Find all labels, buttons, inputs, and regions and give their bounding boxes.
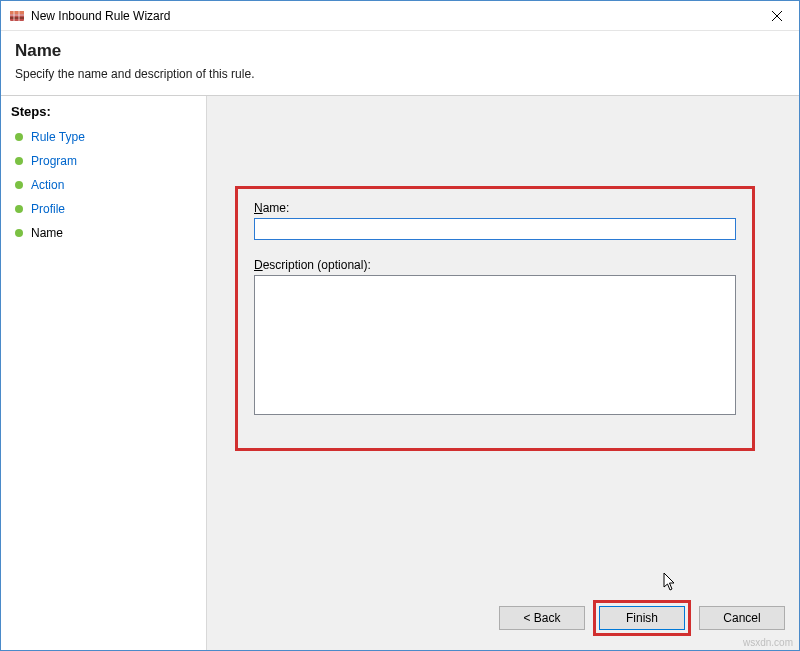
- step-label: Rule Type: [31, 130, 85, 144]
- body: Steps: Rule Type Program Action Profile …: [1, 96, 799, 650]
- step-name[interactable]: Name: [11, 221, 196, 245]
- window-title: New Inbound Rule Wizard: [31, 9, 754, 23]
- main-panel: Name: Description (optional): < Back Fin…: [206, 96, 799, 650]
- finish-highlight: Finish: [593, 600, 691, 636]
- step-label: Program: [31, 154, 77, 168]
- bullet-icon: [15, 181, 23, 189]
- step-label: Profile: [31, 202, 65, 216]
- description-label: Description (optional):: [254, 258, 736, 272]
- bullet-icon: [15, 205, 23, 213]
- bullet-icon: [15, 133, 23, 141]
- steps-heading: Steps:: [11, 104, 196, 119]
- step-profile[interactable]: Profile: [11, 197, 196, 221]
- step-action[interactable]: Action: [11, 173, 196, 197]
- wizard-buttons: < Back Finish Cancel: [499, 600, 785, 636]
- close-button[interactable]: [754, 1, 799, 30]
- svg-rect-2: [10, 17, 24, 19]
- close-icon: [772, 11, 782, 21]
- steps-sidebar: Steps: Rule Type Program Action Profile …: [1, 96, 206, 650]
- back-button[interactable]: < Back: [499, 606, 585, 630]
- description-input[interactable]: [254, 275, 736, 415]
- step-label: Name: [31, 226, 63, 240]
- cursor-icon: [663, 572, 679, 592]
- form-area: Name: Description (optional):: [235, 186, 755, 451]
- wizard-window: New Inbound Rule Wizard Name Specify the…: [0, 0, 800, 651]
- cancel-button[interactable]: Cancel: [699, 606, 785, 630]
- page-subtitle: Specify the name and description of this…: [15, 67, 785, 81]
- bullet-icon: [15, 157, 23, 165]
- firewall-icon: [9, 8, 25, 24]
- name-input[interactable]: [254, 218, 736, 240]
- page-title: Name: [15, 41, 785, 61]
- step-program[interactable]: Program: [11, 149, 196, 173]
- name-label: Name:: [254, 201, 736, 215]
- svg-rect-1: [10, 11, 24, 14]
- step-label: Action: [31, 178, 64, 192]
- finish-button[interactable]: Finish: [599, 606, 685, 630]
- step-rule-type[interactable]: Rule Type: [11, 125, 196, 149]
- page-header: Name Specify the name and description of…: [1, 31, 799, 96]
- titlebar: New Inbound Rule Wizard: [1, 1, 799, 31]
- bullet-icon: [15, 229, 23, 237]
